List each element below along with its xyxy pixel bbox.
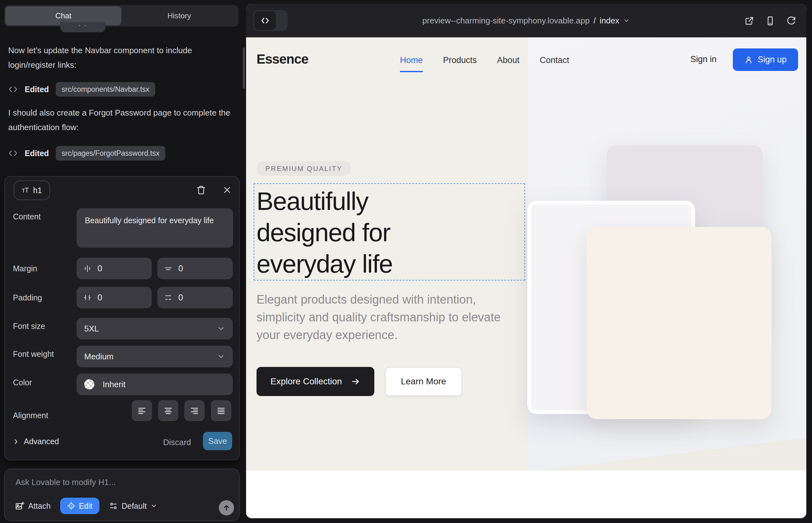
preview-url[interactable]: preview--charming-site-symphony.lovable.…: [246, 4, 806, 37]
model-default-dropdown[interactable]: Default: [109, 502, 157, 511]
font-size-select[interactable]: 5XL: [77, 318, 233, 339]
font-weight-value: Medium: [84, 352, 113, 362]
code-icon: [8, 85, 18, 94]
cta-primary-label: Explore Collection: [270, 376, 342, 386]
type-icon: тT: [22, 186, 29, 194]
edited-file-chip[interactable]: src/pages/ForgotPassword.tsx: [56, 146, 165, 161]
font-weight-select[interactable]: Medium: [77, 346, 233, 367]
code-icon: [8, 148, 18, 158]
signup-label: Sign up: [758, 55, 787, 65]
hero-badge: PREMIUM QUALITY: [257, 161, 351, 176]
edit-mode-button[interactable]: Edit: [60, 498, 100, 514]
edit-label: Edit: [79, 502, 92, 511]
preview-toolbar: preview--charming-site-symphony.lovable.…: [246, 4, 806, 37]
edited-file-row: Edited src/pages/ForgotPassword.tsx: [8, 146, 165, 161]
align-justify-button[interactable]: [211, 400, 231, 421]
padding-label: Padding: [13, 293, 42, 302]
content-label: Content: [13, 212, 41, 221]
nav-link-products[interactable]: Products: [443, 55, 477, 65]
margin-x-input[interactable]: 0: [77, 258, 152, 279]
mobile-view-button[interactable]: [764, 15, 776, 26]
chat-history-tabs: Chat History: [4, 5, 239, 26]
delete-element-button[interactable]: [194, 183, 208, 197]
code-view-button[interactable]: [254, 11, 276, 30]
align-right-button[interactable]: [184, 400, 205, 421]
edited-file-row: Edited src/components/Navbar.tsx: [8, 82, 155, 97]
sliders-icon: [109, 502, 118, 510]
site-logo[interactable]: Essence: [257, 52, 308, 67]
discard-button[interactable]: Discard: [163, 437, 191, 447]
padding-x-value: 0: [98, 293, 102, 303]
chat-scrollbar[interactable]: [243, 48, 245, 89]
color-swatch: [84, 379, 94, 390]
scrolled-chip: · ·: [60, 22, 105, 32]
learn-more-button[interactable]: Learn More: [385, 367, 462, 396]
hero-title[interactable]: Beautifully designed for everyday life: [257, 185, 465, 279]
padding-y-input[interactable]: 0: [157, 287, 233, 308]
padding-x-icon: [83, 293, 92, 302]
align-left-icon: [137, 406, 147, 415]
advanced-label: Advanced: [24, 437, 59, 446]
align-right-icon: [190, 406, 199, 415]
close-icon[interactable]: [220, 183, 234, 197]
font-size-label: Font size: [13, 322, 45, 331]
external-link-icon: [744, 16, 754, 26]
code-icon: [260, 16, 270, 25]
code-preview-toggle[interactable]: [253, 10, 287, 31]
smartphone-icon: [765, 16, 775, 26]
margin-x-value: 0: [98, 264, 102, 273]
align-left-button[interactable]: [132, 400, 152, 421]
hero-decor-beige-card: [587, 227, 772, 419]
margin-y-icon: [164, 264, 173, 273]
open-external-button[interactable]: [744, 15, 755, 26]
padding-x-input[interactable]: 0: [77, 287, 152, 308]
content-textarea[interactable]: Beautifully designed for everyday life: [77, 208, 233, 248]
signin-link[interactable]: Sign in: [690, 54, 717, 64]
url-page: index: [600, 16, 619, 26]
align-justify-icon: [216, 406, 226, 415]
chat-message: I should also create a Forgot Password p…: [8, 105, 236, 134]
color-value: Inherit: [103, 380, 125, 390]
save-button[interactable]: Save: [203, 432, 232, 450]
send-button[interactable]: [219, 500, 234, 516]
chevron-down-icon: [623, 17, 630, 24]
color-label: Color: [13, 378, 32, 387]
chevron-down-icon: [151, 502, 157, 509]
arrow-up-icon: [222, 504, 231, 512]
nav-link-about[interactable]: About: [497, 55, 520, 65]
tab-history[interactable]: History: [121, 6, 237, 25]
color-picker-field[interactable]: Inherit: [77, 374, 233, 395]
element-tag-label: h1: [33, 186, 42, 195]
explore-collection-button[interactable]: Explore Collection: [257, 367, 374, 396]
element-editor-panel: тT h1 Content Beautifully designed for e…: [4, 176, 240, 460]
nav-link-home[interactable]: Home: [400, 55, 423, 65]
signup-button[interactable]: Sign up: [733, 49, 798, 71]
cta-secondary-label: Learn More: [401, 376, 446, 386]
advanced-toggle[interactable]: Advanced: [12, 437, 59, 446]
chat-message: Now let's update the Navbar component to…: [8, 43, 236, 72]
chevron-right-icon: [12, 438, 19, 445]
alignment-label: Alignment: [13, 411, 48, 420]
user-icon: [744, 55, 753, 64]
align-center-button[interactable]: [158, 400, 178, 421]
attach-button[interactable]: Attach: [15, 501, 51, 511]
chevron-down-icon: [217, 353, 225, 361]
chevron-down-icon: [217, 325, 225, 333]
default-label: Default: [122, 502, 147, 511]
preview-window: preview--charming-site-symphony.lovable.…: [246, 4, 806, 518]
edited-file-chip[interactable]: src/components/Navbar.tsx: [56, 82, 155, 96]
margin-x-icon: [83, 264, 92, 273]
margin-y-input[interactable]: 0: [157, 258, 233, 279]
attach-label: Attach: [28, 502, 51, 511]
site-canvas: Essence Home Products About Contact Sign…: [246, 37, 806, 518]
edited-label: Edited: [25, 149, 49, 158]
font-size-value: 5XL: [84, 324, 99, 334]
selected-element-pill[interactable]: тT h1: [14, 180, 50, 200]
target-icon: [67, 502, 75, 510]
padding-y-value: 0: [178, 293, 183, 303]
nav-link-contact[interactable]: Contact: [540, 55, 569, 65]
hero-paragraph: Elegant products designed with intention…: [257, 291, 510, 344]
site-nav: Home Products About Contact: [400, 55, 569, 65]
refresh-button[interactable]: [785, 15, 797, 26]
chat-composer[interactable]: Ask Lovable to modify H1... Attach Edit …: [4, 469, 240, 521]
